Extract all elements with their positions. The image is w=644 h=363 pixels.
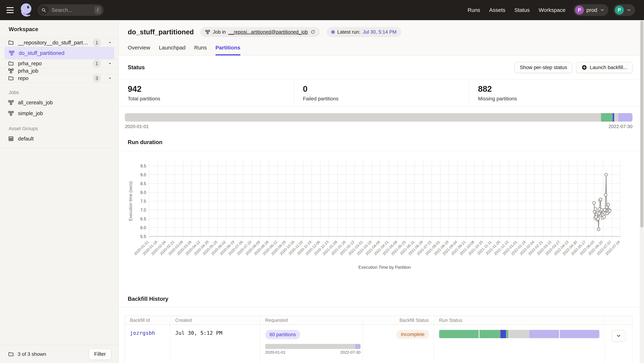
vertical-scrollbar [640,20,644,363]
run-status-dot-icon [331,30,335,34]
partition-status-bar-wrap: 2020-01-01 2022-07-30 [119,107,644,129]
sidebar-title: Workspace [0,20,118,38]
main-content: do_stuff_partitioned Job in __reposi...a… [119,20,644,363]
page-title: do_stuff_partitioned [128,28,194,36]
job-origin-link[interactable]: __reposi...artitioned@partitioned_job [228,29,308,35]
stat-missing-partitions: 882Missing partitions [469,79,644,106]
workspace-sidebar: Workspace __repository__do_stuff_partiti… [0,20,119,363]
svg-text:8.5: 8.5 [140,181,146,186]
sidebar-item-default[interactable]: default [0,133,118,144]
search-icon [39,5,48,15]
sidebar-item-do-stuff-partitioned[interactable]: do_stuff_partitioned [0,47,118,59]
latest-run-link[interactable]: Jul 30, 5:14 PM [363,29,397,35]
column-header-run-status: Run Status [434,316,604,325]
filter-button[interactable]: Filter [89,348,111,360]
status-heading: Status [128,64,145,71]
backfill-table-header-row: Backfill IdCreatedRequestedBackfill Stat… [125,316,633,325]
deployment-label: prod [586,7,597,13]
tab-overview[interactable]: Overview [128,44,150,56]
job-origin-pill: Job in __reposi...artitioned@partitioned… [200,27,320,37]
svg-text:7.0: 7.0 [140,208,146,212]
deployment-switcher[interactable]: P prod [574,4,608,16]
svg-text:Execution Time by Partition: Execution Time by Partition [358,265,411,270]
topbar-nav-assets[interactable]: Assets [489,7,505,13]
bar-segment [530,330,559,338]
bar-segment [614,113,618,122]
stat-failed-partitions: 0Failed partitions [294,79,469,106]
user-menu[interactable]: P [614,4,635,16]
bar-segment [506,330,508,338]
page-header: do_stuff_partitioned Job in __reposi...a… [119,20,644,56]
topbar: Search... / RunsAssetsStatusWorkspace P … [0,0,644,20]
menu-icon[interactable] [6,7,14,13]
sidebar-item-label: prha_repo [18,60,89,66]
requested-partition-bar [265,344,360,349]
tab-runs[interactable]: Runs [194,44,207,56]
caret-down-icon[interactable] [108,40,112,45]
stat-value: 882 [478,84,644,94]
bar-segment [125,113,601,122]
sidebar-item--repository-do-stuff-partitio-[interactable]: __repository__do_stuff_partitio...1 [0,38,118,47]
caret-down-icon[interactable] [108,76,112,80]
topbar-nav-workspace[interactable]: Workspace [538,7,566,13]
launch-backfill-button[interactable]: Launch backfill... [576,62,632,73]
sidebar-sections: Jobsall_cereals_jobsimple_jobAsset Group… [0,82,118,148]
sidebar-item-label: simple_job [18,110,43,116]
count-badge: 3 [93,74,101,82]
run-status-cell [434,325,604,363]
tab-launchpad[interactable]: Launchpad [159,44,186,56]
column-header-requested: Requested [260,316,363,325]
dagster-logo-icon[interactable] [18,2,34,18]
topbar-nav-runs[interactable]: Runs [468,7,480,13]
sidebar-spacer [0,148,118,345]
show-per-step-status-button[interactable]: Show per-step status [514,62,572,73]
requested-range-end: 2022-07-30 [340,350,360,355]
scrollbar-thumb[interactable] [640,21,643,228]
count-badge: 1 [93,59,101,68]
tab-partitions[interactable]: Partitions [216,44,240,56]
stat-total-partitions: 942Total partitions [119,79,294,106]
sidebar-selected-pill: do_stuff_partitioned [4,47,114,59]
reload-icon[interactable] [310,30,315,34]
requested-range-start: 2020-01-01 [265,350,286,355]
chevron-down-icon [600,8,605,12]
requested-bar-labels: 2020-01-012022-07-30 [265,350,360,355]
created-cell: Jul 30, 5:12 PM [170,325,260,363]
bar-segment [439,330,479,338]
sidebar-item-prha-job[interactable]: prha_job [0,68,118,74]
sidebar-footer: 3 of 3 shown Filter [0,345,118,363]
column-header-created: Created [170,316,260,325]
search-input[interactable]: Search... / [38,4,104,16]
sidebar-item-all_cereals_job[interactable]: all_cereals_job [0,97,118,108]
svg-text:8.0: 8.0 [140,190,146,195]
backfill-id-cell: jozrgsbh [125,325,170,363]
backfill-table-wrap: Backfill IdCreatedRequestedBackfill Stat… [125,316,644,363]
backfill-id-link[interactable]: jozrgsbh [130,330,155,336]
partition-range-start: 2020-01-01 [125,124,149,129]
bar-segment [560,330,600,338]
column-header-backfill-id: Backfill Id [125,316,170,325]
partition-range-end: 2022-07-30 [608,124,632,129]
sidebar-section-asset-groups: Asset Groupsdefault [0,119,118,148]
svg-text:6.0: 6.0 [140,226,146,230]
stat-value: 942 [128,84,294,94]
backfill-status-cell: Incomplete [363,325,434,363]
expand-row-button[interactable] [612,330,626,342]
sidebar-section-heading: Jobs [0,90,118,95]
chevron-down-icon [626,8,632,12]
sidebar-item-repo[interactable]: repo3 [0,74,118,82]
folder-icon [8,40,14,46]
sidebar-section-jobs: Jobsall_cereals_jobsimple_job [0,82,118,119]
app: Search... / RunsAssetsStatusWorkspace P … [0,0,644,363]
sidebar-item-label: __repository__do_stuff_partitio... [18,40,89,46]
sidebar-item-simple_job[interactable]: simple_job [0,108,118,119]
sidebar-item-prha-repo[interactable]: prha_repo1 [0,59,118,68]
requested-cell: 60 partitions2020-01-012022-07-30 [260,325,363,363]
topbar-nav-status[interactable]: Status [514,7,530,13]
repo-list: __repository__do_stuff_partitio...1do_st… [0,38,118,82]
bar-segment [508,330,530,338]
svg-text:9.5: 9.5 [140,164,146,168]
table-row: jozrgsbhJul 30, 5:12 PM60 partitions2020… [125,325,633,363]
divider [119,307,644,308]
caret-down-icon[interactable] [108,61,112,66]
